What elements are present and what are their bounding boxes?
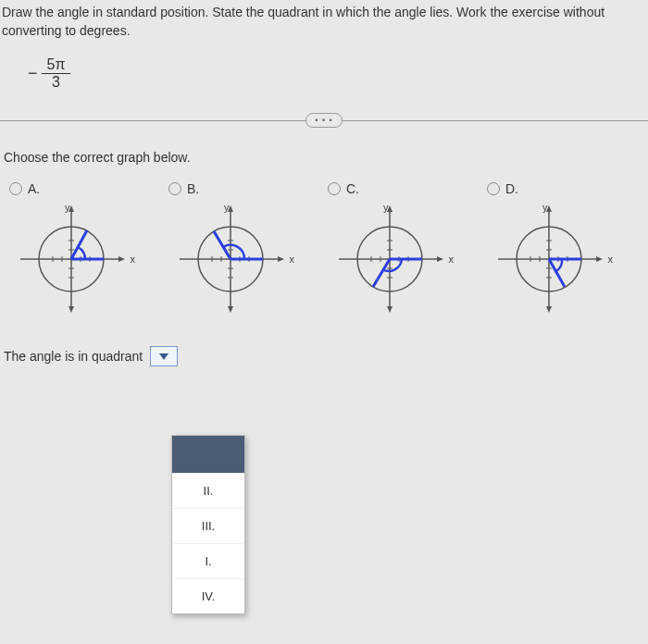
y-axis-label: y [224, 202, 230, 213]
y-axis-label: y [542, 202, 548, 213]
dropdown-item-ii[interactable]: II. [172, 473, 244, 508]
x-axis-label: x [449, 254, 455, 265]
svg-marker-52 [596, 256, 603, 262]
quadrant-label: The angle is in quadrant [4, 349, 143, 364]
svg-marker-18 [228, 306, 233, 313]
fraction-denominator: 3 [46, 74, 66, 91]
quadrant-select[interactable] [150, 346, 178, 366]
x-axis-label: x [608, 254, 614, 265]
expand-pill[interactable]: • • • [305, 113, 343, 128]
svg-marker-20 [278, 256, 284, 262]
options-row: A. y x B. y x [0, 176, 648, 320]
x-axis-label: x [290, 254, 295, 265]
fraction-numerator: 5π [42, 56, 71, 74]
svg-marker-2 [69, 306, 74, 313]
option-label: C. [346, 181, 359, 196]
graph-b: y x [170, 204, 291, 315]
dropdown-item-i[interactable]: I. [172, 543, 244, 578]
option-c[interactable]: C. y x [322, 181, 481, 315]
chevron-down-icon [159, 353, 168, 360]
angle-expression: − 5π 3 [0, 47, 648, 100]
option-a[interactable]: A. y x [4, 181, 163, 315]
negative-sign: − [28, 64, 38, 83]
quadrant-row: The angle is in quadrant [0, 320, 648, 366]
option-b[interactable]: B. y x [163, 181, 322, 315]
svg-marker-50 [546, 306, 552, 313]
radio-d[interactable] [487, 182, 500, 195]
section-divider: • • • [0, 111, 648, 130]
option-label: B. [187, 181, 199, 196]
y-axis-label: y [65, 202, 70, 213]
graph-a: y x [11, 204, 131, 315]
dropdown-item-blank[interactable] [172, 436, 244, 473]
radio-b[interactable] [168, 182, 181, 195]
y-axis-label: y [383, 202, 389, 213]
svg-marker-34 [387, 306, 393, 313]
question-text: Draw the angle in standard position. Sta… [0, 0, 648, 47]
svg-line-47 [373, 259, 390, 287]
quadrant-dropdown[interactable]: II. III. I. IV. [171, 435, 245, 614]
x-axis-label: x [131, 254, 136, 265]
prompt-text: Choose the correct graph below. [0, 133, 648, 176]
svg-marker-36 [437, 256, 443, 262]
option-d[interactable]: D. y x [481, 181, 641, 315]
graph-c: y x [330, 204, 450, 315]
dropdown-item-iv[interactable]: IV. [172, 578, 244, 613]
radio-c[interactable] [328, 182, 341, 195]
option-label: D. [505, 181, 518, 196]
graph-d: y x [489, 204, 609, 315]
svg-marker-4 [118, 256, 125, 262]
radio-a[interactable] [9, 182, 22, 195]
option-label: A. [28, 181, 40, 196]
dropdown-item-iii[interactable]: III. [172, 508, 244, 543]
